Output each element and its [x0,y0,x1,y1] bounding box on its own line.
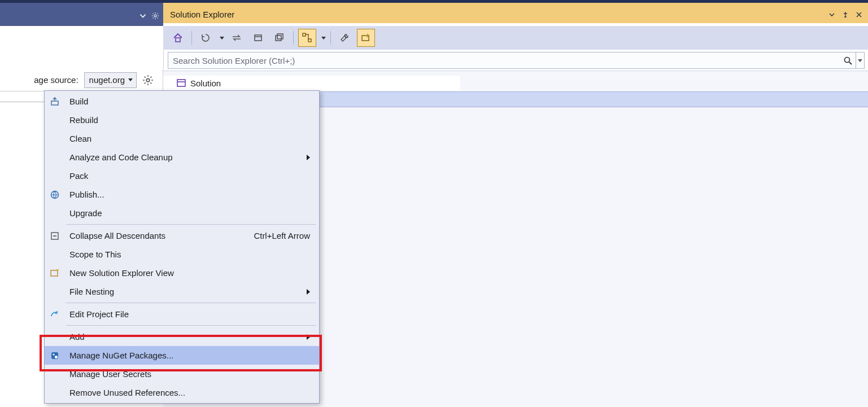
svg-line-17 [150,76,151,77]
new-view-icon [48,266,62,280]
svg-point-0 [154,15,156,17]
menu-item-label: Manage User Secrets [69,369,310,379]
home-icon[interactable] [169,29,187,47]
svg-line-16 [145,82,146,84]
search-options-dropdown[interactable] [856,52,864,68]
left-panel-body [0,26,164,69]
preview-button[interactable] [357,29,375,47]
properties-wrench-icon[interactable] [335,29,354,47]
window-menu-icon[interactable] [827,10,836,19]
svg-line-7 [153,17,154,18]
menu-item-upgrade[interactable]: Upgrade [45,204,319,222]
svg-point-26 [845,58,850,63]
menu-item-rebuild[interactable]: Rebuild [45,111,319,129]
blank [48,285,62,299]
svg-line-15 [150,82,151,84]
menu-item-shortcut: Ctrl+Left Arrow [254,231,310,240]
menu-separator [66,325,316,326]
view-tree-button[interactable] [298,29,316,47]
search-icon[interactable] [840,56,856,65]
menu-item-label: Scope to This [69,250,310,259]
svg-point-36 [53,353,54,355]
blank [48,330,62,344]
svg-rect-23 [303,33,306,36]
menu-item-manage-nuget-packages[interactable]: Manage NuGet Packages... [45,346,319,365]
package-source-row: age source: nuget.org [0,69,163,91]
menu-item-label: Publish... [69,190,310,199]
package-source-select[interactable]: nuget.org [84,72,137,88]
svg-rect-28 [177,80,185,86]
chevron-down-icon[interactable] [220,37,224,40]
globe-icon [48,188,62,202]
solution-search-input[interactable] [168,56,840,65]
solution-explorer-toolbar [163,26,868,50]
menu-item-label: New Solution Explorer View [69,268,310,278]
blank [48,151,62,164]
chevron-down-icon [128,78,133,81]
menu-item-remove-unused-references[interactable]: Remove Unused References... [45,383,319,402]
windows-icon[interactable] [271,29,289,47]
menu-item-label: Clean [69,134,310,143]
submenu-arrow-icon [307,155,310,160]
menu-item-collapse-all-descendants[interactable]: Collapse All DescendantsCtrl+Left Arrow [45,226,319,245]
menu-item-analyze-and-code-cleanup[interactable]: Analyze and Code Cleanup [45,148,319,167]
menu-item-label: Build [69,97,310,106]
solution-explorer-title: Solution Explorer [170,10,827,19]
svg-point-37 [55,355,58,358]
menu-item-label: Edit Project File [69,309,310,319]
menu-item-manage-user-secrets[interactable]: Manage User Secrets [45,365,319,383]
menu-item-build[interactable]: Build [45,92,319,111]
blank [48,386,62,400]
menu-item-label: Rebuild [69,115,310,125]
menu-item-pack[interactable]: Pack [45,167,319,185]
blank [48,132,62,146]
svg-point-9 [146,78,150,82]
svg-line-5 [153,14,154,14]
window-icon[interactable] [249,29,267,47]
svg-rect-19 [255,35,261,41]
solution-search[interactable] [168,52,865,69]
left-panel-header [0,0,163,29]
solution-explorer-header: Solution Explorer [163,0,868,23]
dropdown-icon[interactable] [138,11,147,20]
menu-item-label: Upgrade [69,208,310,218]
package-source-value: nuget.org [89,75,125,85]
submenu-arrow-icon [307,334,310,340]
svg-rect-18 [176,38,180,42]
blank [48,113,62,127]
menu-item-label: Collapse All Descendants [69,231,254,240]
menu-item-edit-project-file[interactable]: Edit Project File [45,305,319,323]
menu-item-add[interactable]: Add [45,327,319,346]
menu-separator [66,224,316,225]
tree-root-row[interactable]: Solution [175,76,223,90]
menu-item-label: File Nesting [69,287,302,296]
menu-item-label: Add [69,332,302,342]
edit-icon [48,308,62,321]
svg-line-14 [145,76,146,77]
sync-icon[interactable] [228,29,246,47]
package-source-label: age source: [34,75,78,85]
menu-item-file-nesting[interactable]: File Nesting [45,282,319,301]
menu-item-new-solution-explorer-view[interactable]: New Solution Explorer View [45,264,319,282]
svg-line-6 [157,17,158,18]
gear-icon[interactable] [151,11,160,20]
blank [48,169,62,183]
pin-icon[interactable] [841,10,850,19]
project-context-menu: BuildRebuildCleanAnalyze and Code Cleanu… [44,90,320,404]
settings-gear-icon[interactable] [142,75,154,86]
close-icon[interactable] [854,10,863,19]
build-icon [48,95,62,108]
svg-rect-22 [277,34,283,39]
menu-separator [66,303,316,303]
menu-item-scope-to-this[interactable]: Scope to This [45,245,319,264]
svg-rect-30 [51,101,58,105]
menu-item-label: Pack [69,171,310,181]
menu-item-clean[interactable]: Clean [45,129,319,148]
submenu-arrow-icon [307,289,310,295]
menu-item-label: Manage NuGet Packages... [69,351,310,360]
history-back-icon[interactable] [197,29,215,47]
blank [48,367,62,381]
menu-item-publish[interactable]: Publish... [45,185,319,204]
collapse-icon [48,229,62,243]
chevron-down-icon[interactable] [321,37,326,40]
